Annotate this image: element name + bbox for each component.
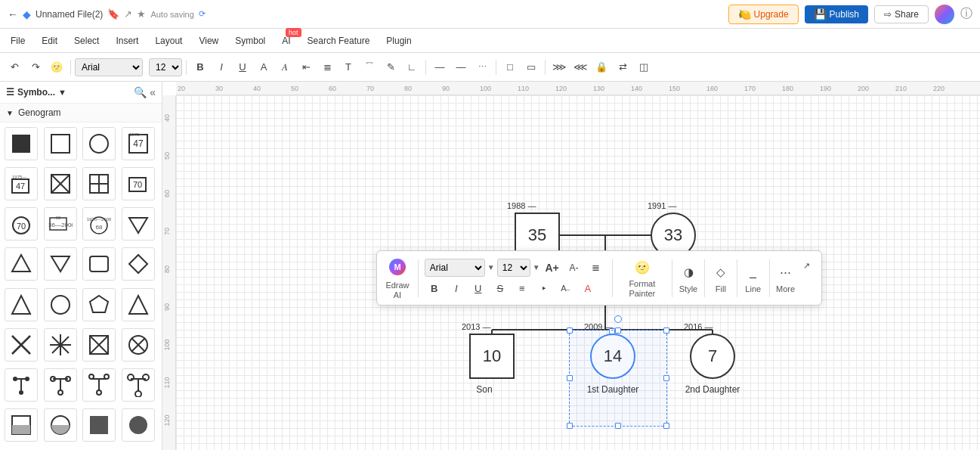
sel-handle-br[interactable]	[663, 423, 669, 429]
sel-handle-bl[interactable]	[567, 423, 573, 429]
publish-button[interactable]: 💾 Publish	[805, 5, 868, 23]
sym-square-dark[interactable]	[82, 408, 116, 442]
menu-plugin[interactable]: Plugin	[379, 33, 419, 49]
float-toolbar-collapse[interactable]: ↗	[799, 256, 815, 275]
undo-button[interactable]: ↶	[5, 57, 24, 77]
ft-color[interactable]: A	[578, 279, 598, 299]
shadow-button[interactable]: ▭	[521, 57, 541, 77]
sym-circle-sm[interactable]	[44, 288, 77, 321]
sym-square-number2[interactable]: 70	[122, 167, 155, 200]
bold-button[interactable]: B	[190, 57, 210, 77]
back-icon[interactable]: ←	[8, 8, 18, 20]
upgrade-button[interactable]: 🍋 Upgrade	[728, 5, 799, 24]
lock-button[interactable]: 🔒	[592, 57, 611, 77]
ft-bold[interactable]: B	[425, 279, 444, 299]
sym-node4[interactable]	[122, 368, 155, 402]
sel-handle-bm[interactable]	[615, 423, 621, 429]
ft-size-select[interactable]: 12	[497, 259, 530, 277]
menu-select[interactable]: Select	[66, 33, 107, 49]
sym-triangle-down[interactable]	[122, 207, 155, 241]
sym-node2[interactable]	[44, 368, 77, 402]
pen-button[interactable]: ✎	[381, 57, 400, 77]
sym-circle-outline[interactable]	[82, 127, 116, 160]
canvas-area[interactable]: 203040 506070 8090100 110120130 14015016…	[162, 82, 980, 450]
style-button[interactable]: ◑	[679, 262, 698, 282]
genogram-section[interactable]: ▼ Genogram	[0, 104, 162, 123]
sym-rect-label[interactable]: 1936—2006 68	[44, 207, 77, 241]
sym-pentagon[interactable]	[82, 288, 116, 321]
line-button[interactable]: ⎯	[744, 262, 763, 282]
font-style-button[interactable]: 𝐴	[275, 57, 295, 77]
sym-triangle-inv[interactable]	[44, 247, 77, 281]
distribute-button[interactable]: ⋘	[570, 57, 590, 77]
menu-file[interactable]: File	[3, 33, 32, 49]
share-button[interactable]: ⇨ Share	[874, 5, 929, 23]
menu-ai[interactable]: AI hot	[274, 33, 298, 49]
sel-handle-mr[interactable]	[663, 375, 669, 381]
ft-underline[interactable]: U	[468, 279, 488, 299]
sidebar-search-icon[interactable]: 🔍	[134, 86, 147, 98]
sel-handle-ml[interactable]	[567, 375, 573, 381]
arrange-button[interactable]: ⋙	[549, 57, 569, 77]
align-button[interactable]: ≣	[317, 57, 337, 77]
menu-search[interactable]: Search Feature	[300, 33, 378, 49]
rotate-handle[interactable]	[614, 315, 622, 323]
ft-sub[interactable]: A₋	[556, 279, 576, 299]
sym-square-x[interactable]	[44, 167, 77, 200]
clear-format-button[interactable]: ⎴	[360, 57, 379, 77]
ft-font-select[interactable]: Arial	[425, 259, 485, 277]
sym-triangle-outline[interactable]	[5, 247, 38, 281]
italic-button[interactable]: I	[212, 57, 231, 77]
ft-strikethrough[interactable]: S	[490, 279, 510, 299]
fill-button[interactable]: ◇	[711, 262, 731, 282]
menu-view[interactable]: View	[191, 33, 226, 49]
sidebar-chevron[interactable]: ▼	[58, 88, 66, 97]
help-icon[interactable]: ⓘ	[960, 6, 972, 22]
shape-female-2nd[interactable]: 7	[690, 334, 735, 379]
font-family-select[interactable]: Arial Times New Roman Helvetica	[75, 58, 143, 76]
ft-font-shrink[interactable]: A-	[564, 258, 584, 278]
edraw-ai-icon[interactable]: M	[389, 259, 406, 275]
font-color-button[interactable]: A	[254, 57, 274, 77]
sidebar-collapse-icon[interactable]: «	[150, 86, 156, 98]
sym-square-age[interactable]: 47 1975—	[5, 167, 38, 200]
sym-square-half[interactable]	[5, 408, 38, 442]
sym-x-shape[interactable]	[5, 328, 38, 362]
sym-asterisk[interactable]	[44, 328, 77, 362]
sym-node1[interactable]	[5, 368, 38, 402]
line-type-button[interactable]: —	[451, 57, 471, 77]
sym-circle-label[interactable]: 1936—2006 68	[82, 207, 116, 241]
ft-list1[interactable]: ≡	[512, 279, 532, 299]
sel-handle-tm[interactable]	[615, 327, 621, 334]
sym-node3[interactable]	[82, 368, 116, 402]
redo-button[interactable]: ↷	[26, 57, 45, 77]
group-button[interactable]: ⇄	[613, 57, 632, 77]
line-style-button[interactable]: —	[430, 57, 450, 77]
menu-symbol[interactable]: Symbol	[227, 33, 273, 49]
table-button[interactable]: ◫	[634, 57, 654, 77]
shape-button[interactable]: □	[500, 57, 520, 77]
sym-square-solid[interactable]	[5, 127, 38, 160]
sym-square-x2[interactable]	[82, 328, 116, 362]
ft-list2[interactable]: ‣	[534, 279, 554, 299]
sym-square-cross[interactable]	[82, 167, 116, 200]
shape-male-son[interactable]: 10	[469, 334, 515, 379]
menu-insert[interactable]: Insert	[108, 33, 146, 49]
ft-font-grow[interactable]: A+	[543, 258, 562, 278]
connector-button[interactable]: ∟	[402, 57, 422, 77]
canvas-grid[interactable]: 35 1988 — 33 1991 — 10 2013 — Son 14	[176, 95, 980, 450]
format-painter-toolbar[interactable]: 🌝	[47, 57, 66, 77]
sel-handle-tl[interactable]	[567, 327, 573, 334]
waypoint-button[interactable]: ⋯	[472, 57, 492, 77]
sym-circle-half[interactable]	[44, 408, 77, 442]
sel-handle-tr[interactable]	[663, 327, 669, 334]
sym-circle-age1[interactable]: 70	[5, 207, 38, 241]
sym-circle-dark[interactable]	[122, 408, 155, 442]
format-painter-button[interactable]: 🌝	[630, 257, 654, 277]
text-button[interactable]: T	[339, 57, 358, 77]
sym-rect-rounded[interactable]	[82, 247, 116, 281]
sym-square-number[interactable]: 47 1970—	[122, 127, 155, 160]
sym-square-outline[interactable]	[44, 127, 77, 160]
sym-circle-x[interactable]	[122, 328, 155, 362]
sym-diamond[interactable]	[122, 247, 155, 281]
